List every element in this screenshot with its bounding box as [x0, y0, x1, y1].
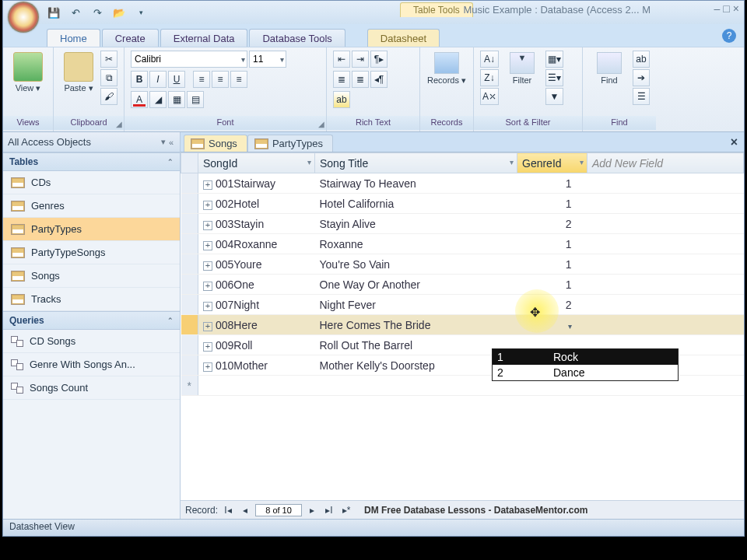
- row-selector[interactable]: [181, 315, 198, 335]
- row-selector[interactable]: [181, 234, 198, 254]
- navpane-section-tables[interactable]: Tables⌃: [3, 152, 180, 171]
- dropdown-option-dance[interactable]: 2Dance: [493, 365, 678, 380]
- font-color-button[interactable]: A: [131, 91, 148, 108]
- numbering-button[interactable]: ≣: [352, 71, 369, 88]
- select-button[interactable]: ☰: [633, 88, 650, 105]
- next-record-button[interactable]: ▸: [305, 505, 319, 516]
- datasheet[interactable]: SongId▾ Song Title▾ GenreId▾ Add New Fie…: [181, 152, 744, 500]
- first-record-button[interactable]: I◂: [221, 505, 235, 516]
- cell-genreid[interactable]: 1: [517, 254, 587, 275]
- new-record-selector[interactable]: *: [181, 376, 198, 396]
- collapse-pane-icon[interactable]: «: [167, 138, 175, 147]
- cell-songtitle[interactable]: Stayin Alive: [315, 214, 517, 234]
- last-record-button[interactable]: ▸I: [322, 505, 336, 516]
- highlight-button[interactable]: ab: [333, 91, 350, 108]
- redo-icon[interactable]: ↷: [89, 4, 106, 21]
- clear-sort-button[interactable]: A⤫: [480, 88, 499, 105]
- expand-icon[interactable]: +: [203, 322, 212, 331]
- align-left-button[interactable]: ≡: [193, 71, 210, 88]
- cell-genreid[interactable]: 1: [517, 234, 587, 254]
- increase-indent-button[interactable]: ⇥: [352, 51, 369, 68]
- navpane-section-queries[interactable]: Queries⌃: [3, 311, 180, 330]
- navpane-item-partytypes[interactable]: PartyTypes: [3, 218, 180, 241]
- undo-icon[interactable]: ↶: [67, 4, 84, 21]
- tab-database-tools[interactable]: Database Tools: [249, 29, 345, 47]
- cell-songid[interactable]: +002Hotel: [198, 194, 315, 214]
- object-tab-songs[interactable]: Songs: [184, 135, 247, 152]
- prev-record-button[interactable]: ◂: [238, 505, 252, 516]
- chevron-down-icon[interactable]: ▾: [160, 137, 167, 147]
- tab-create[interactable]: Create: [102, 29, 159, 47]
- row-selector[interactable]: [181, 214, 198, 234]
- filter-button[interactable]: ▼ Filter: [502, 51, 542, 85]
- navpane-item-songscount[interactable]: Songs Count: [3, 376, 180, 400]
- cell-songid[interactable]: +004Roxanne: [198, 234, 315, 254]
- align-center-button[interactable]: ≡: [212, 71, 229, 88]
- alt-row-color-button[interactable]: ▤: [187, 91, 204, 108]
- selection-filter-button[interactable]: ▦▾: [545, 51, 563, 68]
- open-icon[interactable]: 📂: [110, 4, 128, 21]
- cell-songtitle[interactable]: Hotel California: [315, 194, 517, 214]
- expand-icon[interactable]: +: [203, 180, 212, 190]
- qat-more-icon[interactable]: ▾: [132, 4, 149, 21]
- navpane-item-cds[interactable]: CDs: [3, 171, 180, 194]
- fill-color-button[interactable]: ◢: [149, 91, 167, 108]
- cell-songid[interactable]: +003Stayin: [198, 214, 315, 234]
- navpane-item-tracks[interactable]: Tracks: [3, 288, 180, 311]
- cell-genreid[interactable]: 2: [517, 214, 587, 234]
- column-header-genreid[interactable]: GenreId▾: [517, 153, 587, 173]
- cell-songtitle[interactable]: Night Fever: [315, 295, 517, 315]
- rtl-button[interactable]: ◂¶: [370, 71, 388, 88]
- cell-songid[interactable]: +005Youre: [198, 254, 315, 275]
- cell-genreid[interactable]: ▾: [517, 315, 587, 335]
- cell-songtitle[interactable]: Mother Kelly's Doorstep: [315, 355, 517, 376]
- bold-button[interactable]: B: [131, 71, 148, 88]
- cell-songtitle[interactable]: You're So Vain: [315, 254, 517, 275]
- underline-button[interactable]: U: [168, 71, 185, 88]
- cell-songid[interactable]: +008Here: [198, 315, 315, 335]
- cell-songid[interactable]: +006One: [198, 275, 315, 295]
- gridlines-button[interactable]: ▦: [168, 91, 185, 108]
- goto-button[interactable]: ➔: [633, 69, 650, 86]
- genre-lookup-dropdown[interactable]: 1Rock 2Dance: [492, 348, 679, 381]
- tab-home[interactable]: Home: [47, 29, 100, 47]
- navpane-header[interactable]: All Access Objects▾«: [3, 132, 180, 152]
- format-painter-button[interactable]: 🖌: [100, 88, 117, 105]
- row-selector[interactable]: [181, 335, 198, 355]
- cell-songtitle[interactable]: Roxanne: [315, 234, 517, 254]
- cut-button[interactable]: ✂: [100, 51, 117, 68]
- expand-icon[interactable]: +: [203, 261, 212, 271]
- dialog-launcher-icon[interactable]: ◢: [116, 120, 122, 128]
- advanced-filter-button[interactable]: ☰▾: [545, 69, 563, 86]
- help-icon[interactable]: ?: [722, 29, 736, 43]
- expand-icon[interactable]: +: [203, 241, 212, 250]
- paste-button[interactable]: Paste ▾: [60, 51, 97, 93]
- table-row[interactable]: +008HereHere Comes The Bride ▾: [181, 315, 744, 335]
- expand-icon[interactable]: +: [203, 282, 212, 291]
- table-row[interactable]: +001StairwayStairway To Heaven1: [181, 173, 744, 194]
- expand-icon[interactable]: +: [203, 221, 212, 230]
- maximize-button[interactable]: □: [723, 2, 729, 15]
- cell-genreid[interactable]: 2: [517, 295, 587, 315]
- table-row[interactable]: +004RoxanneRoxanne1: [181, 234, 744, 254]
- toggle-filter-button[interactable]: ▼: [545, 88, 563, 105]
- sort-asc-button[interactable]: A↓: [480, 51, 499, 68]
- table-row[interactable]: +002HotelHotel California1: [181, 194, 744, 214]
- close-button[interactable]: ×: [733, 2, 739, 15]
- minimize-button[interactable]: –: [714, 2, 721, 15]
- font-name-combo[interactable]: Calibri: [131, 51, 247, 68]
- table-row[interactable]: +007NightNight Fever2: [181, 295, 744, 315]
- column-header-songid[interactable]: SongId▾: [198, 153, 315, 173]
- add-new-field[interactable]: Add New Field: [587, 153, 744, 173]
- select-all-cell[interactable]: [181, 153, 198, 173]
- italic-button[interactable]: I: [149, 71, 167, 88]
- row-selector[interactable]: [181, 254, 198, 275]
- cell-songid[interactable]: +009Roll: [198, 335, 315, 355]
- cell-genreid[interactable]: 1: [517, 173, 587, 194]
- tab-datasheet[interactable]: Datasheet: [367, 29, 440, 47]
- cell-songtitle[interactable]: Stairway To Heaven: [315, 173, 517, 194]
- cell-genreid[interactable]: 1: [517, 194, 587, 214]
- table-row[interactable]: +005YoureYou're So Vain1: [181, 254, 744, 275]
- row-selector[interactable]: [181, 194, 198, 214]
- navpane-item-cdsongs[interactable]: CD Songs: [3, 330, 180, 353]
